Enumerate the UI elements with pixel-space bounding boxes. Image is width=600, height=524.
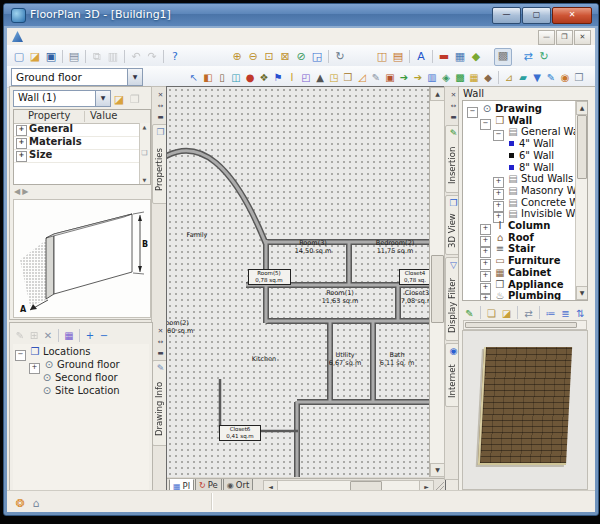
tree-item-furniture[interactable]: +▭Furniture: [480, 255, 561, 267]
tree-item-8-wall[interactable]: 8" Wall: [506, 162, 554, 174]
slope-tool-icon[interactable]: ⊿: [502, 70, 516, 86]
tools-icon[interactable]: ❖: [257, 70, 271, 86]
scroll-down-icon[interactable]: ▼: [430, 463, 445, 477]
opening-tool-icon[interactable]: ▯: [215, 70, 229, 86]
object-selector[interactable]: Wall (1) ▼: [13, 90, 111, 107]
tree-item-general-walls[interactable]: −▤General Walls: [493, 126, 588, 138]
column-divider[interactable]: [84, 111, 85, 122]
rename-location-icon[interactable]: ⊞: [27, 329, 41, 343]
walkthrough-icon[interactable]: ⇄: [520, 49, 536, 65]
appliance-tool-icon[interactable]: ❒: [341, 70, 355, 86]
symbol-tool-icon[interactable]: ◈: [439, 70, 453, 86]
plan-canvas[interactable]: FamilyRoom(3)14,50 sq.mBedroom(2)11,75 s…: [167, 87, 429, 477]
tree-item-wall[interactable]: −❒Wall: [480, 115, 532, 127]
collapse-icon[interactable]: −: [480, 119, 491, 130]
tree-item-plumbing[interactable]: +♨Plumbing: [480, 290, 561, 301]
tree-item-stair[interactable]: +≡Stair: [480, 243, 535, 255]
scroll-up-icon[interactable]: ▲: [576, 101, 588, 115]
scroll-up-icon[interactable]: ▲: [140, 124, 149, 130]
vscroll-thumb[interactable]: [431, 255, 444, 323]
dropper-tool-icon[interactable]: ▼: [530, 70, 544, 86]
mdi-restore-button[interactable]: ❐: [556, 30, 573, 45]
fence-grid-icon[interactable]: ▦: [467, 70, 481, 86]
copy-icon[interactable]: ⧉: [89, 49, 105, 65]
arrow2-tool-icon[interactable]: ➔: [411, 70, 425, 86]
cabinet-tool-icon[interactable]: ◳: [327, 70, 341, 86]
tree-scroll-thumb[interactable]: [577, 115, 587, 179]
site-icon[interactable]: ⌂: [28, 496, 44, 512]
plant-grid-icon[interactable]: ▩: [453, 70, 467, 86]
minimize-button[interactable]: —: [492, 7, 521, 24]
panel-tool-icon[interactable]: ❐: [572, 70, 586, 86]
help-icon[interactable]: ?: [167, 49, 183, 65]
new-category-icon[interactable]: ❏: [484, 306, 499, 321]
arrow-tool-icon[interactable]: ➔: [397, 70, 411, 86]
pencil-tool-icon[interactable]: ✎: [544, 70, 558, 86]
tree-item-stud-walls[interactable]: +▤Stud Walls: [493, 173, 573, 185]
zoom-window-icon[interactable]: ⊡: [261, 49, 277, 65]
expand-icon[interactable]: +: [29, 363, 40, 374]
chevron-down-icon[interactable]: ▼: [95, 91, 110, 106]
open-category-icon[interactable]: ◪: [499, 306, 514, 321]
canvas-vscrollbar[interactable]: ▲ ▼: [429, 87, 444, 477]
camera-view-icon[interactable]: ◫: [374, 49, 390, 65]
open-icon[interactable]: ◪: [27, 49, 43, 65]
expand-icon[interactable]: +: [16, 138, 27, 149]
tree-item-cabinet[interactable]: +▦Cabinet: [480, 267, 551, 279]
property-row-general[interactable]: + General: [14, 123, 140, 137]
add-location-icon[interactable]: +: [83, 329, 97, 343]
flag-tool-icon[interactable]: ⚑: [271, 70, 285, 86]
undo-icon[interactable]: ↶: [128, 49, 144, 65]
tree-item-masonry-walls[interactable]: +▤Masonry Walls: [493, 185, 588, 197]
mdi-close-button[interactable]: ✕: [574, 30, 591, 45]
flyaround-icon[interactable]: ↻: [536, 49, 552, 65]
tree-item-6-wall[interactable]: 6" Wall: [506, 150, 554, 162]
note-tool-icon[interactable]: ▥: [425, 70, 439, 86]
tree-scrollbar[interactable]: ▲ ▼: [575, 101, 587, 300]
close-button[interactable]: ✕: [552, 7, 592, 24]
vehicle-icon[interactable]: ◆: [481, 70, 495, 86]
list-view-icon[interactable]: ≣: [558, 306, 573, 321]
save-icon[interactable]: ▣: [43, 49, 59, 65]
zoom-previous-icon[interactable]: ⊘: [293, 49, 309, 65]
grid-toggle-icon[interactable]: ▩: [494, 48, 512, 66]
catalog-hscrollbar[interactable]: [463, 320, 587, 330]
tree-view-icon[interactable]: ≔: [543, 306, 558, 321]
page-icon[interactable]: ❏: [140, 149, 149, 157]
door-tool-icon[interactable]: ◧: [201, 70, 215, 86]
remove-location-icon[interactable]: −: [97, 329, 111, 343]
new-style-icon[interactable]: ◪: [111, 92, 127, 108]
title-bar[interactable]: FloorPlan 3D - [Building1] — ▢ ✕: [4, 4, 598, 26]
expand-icon[interactable]: +: [480, 294, 491, 301]
collapse-icon[interactable]: −: [467, 107, 478, 118]
tree-item-site-location[interactable]: ⊙Site Location: [41, 385, 120, 398]
compass-icon[interactable]: ❂: [12, 496, 28, 512]
location-grid-icon[interactable]: ▦: [62, 329, 76, 343]
edit-location-icon[interactable]: ✎: [13, 329, 27, 343]
column-property[interactable]: Property: [28, 110, 70, 121]
tripod-icon[interactable]: ▲: [313, 70, 327, 86]
swap-icon[interactable]: ⇄: [521, 306, 536, 321]
scroll-up-icon[interactable]: ▲: [430, 87, 445, 101]
redo-icon[interactable]: ↷: [144, 49, 160, 65]
window-tool-icon[interactable]: ◫: [229, 70, 243, 86]
page-nav-arrows[interactable]: ◀▶: [14, 187, 30, 196]
tree-item-drawing[interactable]: −⊙Drawing: [467, 103, 542, 115]
copy-style-icon[interactable]: ❐: [127, 92, 143, 108]
zoom-extents-icon[interactable]: ⊠: [277, 49, 293, 65]
fill-tool-icon[interactable]: ▰: [516, 70, 530, 86]
zoom-in-icon[interactable]: ⊕: [229, 49, 245, 65]
tree-item-locations[interactable]: −❐Locations: [15, 346, 91, 359]
tree-item-invisible-walls[interactable]: +▤Invisible Walls: [493, 208, 588, 220]
round-table-icon[interactable]: ●: [243, 70, 257, 86]
tree-item-concrete-walls[interactable]: +▤Concrete Walls: [493, 197, 588, 209]
hscroll-thumb[interactable]: [465, 322, 577, 328]
print-icon[interactable]: ▤: [66, 49, 82, 65]
edit-item-icon[interactable]: ✎: [462, 306, 477, 321]
scroll-down-icon[interactable]: ▼: [140, 177, 149, 183]
ramp-tool-icon[interactable]: ◿: [355, 70, 369, 86]
column-tool-icon[interactable]: I: [285, 70, 299, 86]
grid-scrollbar[interactable]: ▲ ❏ ▼: [139, 123, 150, 184]
annotate-tool-icon[interactable]: ✎: [369, 70, 383, 86]
orbit-icon[interactable]: ↻: [332, 49, 348, 65]
